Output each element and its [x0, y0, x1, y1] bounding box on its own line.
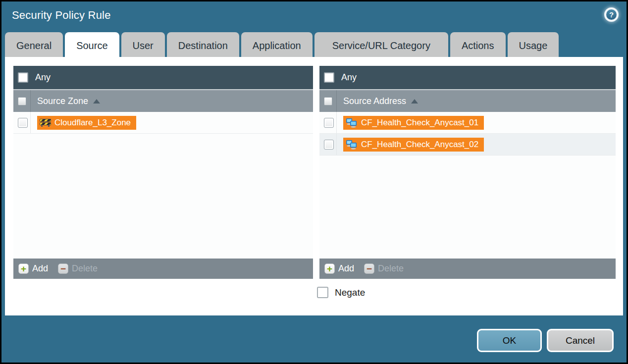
plus-icon: +: [18, 263, 29, 274]
any-label: Any: [341, 72, 357, 83]
address-object-label: CF_Health_Check_Anycast_01: [361, 118, 478, 128]
sort-ascending-icon: [411, 99, 418, 104]
cancel-button[interactable]: Cancel: [547, 329, 614, 352]
security-policy-rule-dialog: Security Policy Rule ? General Source Us…: [1, 1, 627, 363]
row-checkbox[interactable]: [324, 140, 334, 150]
add-button[interactable]: + Add: [18, 263, 48, 274]
tab-general[interactable]: General: [5, 32, 63, 58]
network-host-icon: [346, 140, 358, 150]
negate-label: Negate: [335, 287, 365, 298]
source-tab-content: Any Source Zone Cloudflare_L3_Zone: [5, 57, 623, 315]
source-address-table-body: CF_Health_Check_Anycast_01: [319, 112, 616, 259]
source-address-any-row: Any: [319, 66, 616, 89]
zone-object-chip[interactable]: Cloudflare_L3_Zone: [37, 116, 136, 130]
tab-service-url-category[interactable]: Service/URL Category: [314, 32, 448, 58]
source-zone-select-all-checkbox[interactable]: [18, 97, 26, 105]
help-icon[interactable]: ?: [604, 7, 619, 22]
source-zone-any-row: Any: [13, 66, 313, 89]
plus-icon: +: [324, 263, 335, 274]
source-address-panel: Any Source Address: [319, 66, 616, 279]
source-zone-table-body: Cloudflare_L3_Zone: [13, 112, 313, 259]
source-address-toolbar: + Add − Delete: [319, 259, 616, 279]
negate-row: Negate: [317, 287, 365, 298]
title-bar: Security Policy Rule ?: [1, 1, 627, 32]
tab-actions[interactable]: Actions: [450, 32, 506, 58]
minus-icon: −: [58, 263, 68, 274]
tab-destination[interactable]: Destination: [167, 32, 239, 58]
source-address-select-all-checkbox[interactable]: [324, 97, 332, 105]
sort-ascending-icon: [93, 99, 100, 104]
network-host-icon: [346, 118, 358, 128]
add-button[interactable]: + Add: [324, 263, 354, 274]
source-zone-toolbar: + Add − Delete: [13, 259, 313, 279]
ok-button[interactable]: OK: [477, 329, 542, 352]
zone-barrier-icon: [40, 118, 51, 127]
source-zone-column-header[interactable]: Source Zone: [13, 89, 313, 112]
tab-usage[interactable]: Usage: [508, 32, 559, 58]
tab-application[interactable]: Application: [241, 32, 313, 58]
tab-bar: General Source User Destination Applicat…: [5, 32, 559, 58]
any-label: Any: [35, 72, 51, 83]
source-address-any-checkbox[interactable]: [324, 72, 334, 83]
question-mark: ?: [606, 9, 617, 20]
source-zone-panel: Any Source Zone Cloudflare_L3_Zone: [13, 66, 313, 279]
page-title: Security Policy Rule: [12, 9, 111, 22]
delete-button: − Delete: [364, 263, 404, 274]
minus-icon: −: [364, 263, 374, 274]
table-row: CF_Health_Check_Anycast_01: [319, 112, 616, 134]
table-row: Cloudflare_L3_Zone: [13, 112, 313, 134]
row-checkbox[interactable]: [324, 118, 334, 128]
tab-user[interactable]: User: [121, 32, 165, 58]
address-object-chip[interactable]: CF_Health_Check_Anycast_02: [343, 138, 484, 152]
column-title: Source Zone: [37, 96, 88, 106]
row-checkbox[interactable]: [18, 118, 28, 128]
address-object-chip[interactable]: CF_Health_Check_Anycast_01: [343, 116, 484, 130]
column-title: Source Address: [343, 96, 406, 106]
delete-button: − Delete: [58, 263, 98, 274]
table-row: CF_Health_Check_Anycast_02: [319, 134, 616, 156]
source-zone-any-checkbox[interactable]: [18, 72, 28, 83]
tab-source[interactable]: Source: [65, 32, 119, 60]
source-address-column-header[interactable]: Source Address: [319, 89, 616, 112]
zone-object-label: Cloudflare_L3_Zone: [54, 118, 131, 128]
address-object-label: CF_Health_Check_Anycast_02: [361, 140, 478, 150]
negate-checkbox[interactable]: [317, 287, 328, 298]
